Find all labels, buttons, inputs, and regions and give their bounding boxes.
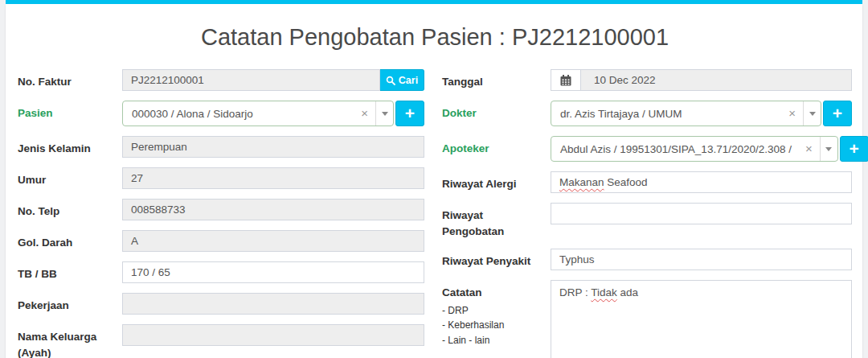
catatan-sublabel-keberhasilan: - Keberhasilan	[442, 318, 544, 333]
row-jenis-kelamin: Jenis Kelamin Perempuan	[18, 136, 424, 158]
row-no-telp: No. Telp 008588733	[18, 199, 424, 220]
nama-keluarga-field	[122, 324, 424, 346]
pasien-select[interactable]: 000030 / Alona / Sidoarjo ×	[122, 101, 394, 126]
catatan-label-block: Catatan - DRP - Keberhasilan - Lain - la…	[442, 280, 551, 348]
calendar-icon[interactable]	[551, 69, 580, 91]
catatan-sublabels: - DRP - Keberhasilan - Lain - lain	[442, 303, 544, 348]
search-icon	[386, 76, 395, 85]
row-riwayat-alergi: Riwayat Alergi Makanan Seafood	[442, 171, 852, 193]
no-faktur-input[interactable]	[122, 69, 380, 91]
riwayat-pengobatan-label: Riwayat Pengobatan	[442, 203, 551, 239]
row-riwayat-penyakit: Riwayat Penyakit	[442, 249, 852, 270]
gol-darah-field: A	[122, 230, 424, 252]
row-dokter: Dokter dr. Azis Tirtajaya / UMUM × +	[442, 101, 852, 126]
riwayat-alergi-input[interactable]: Makanan Seafood	[551, 171, 852, 193]
row-pekerjaan: Pekerjaan	[18, 293, 424, 315]
jenis-kelamin-field: Perempuan	[122, 136, 424, 158]
jenis-kelamin-label: Jenis Kelamin	[18, 136, 122, 157]
riwayat-alergi-label: Riwayat Alergi	[442, 171, 551, 192]
umur-label: Umur	[18, 167, 122, 188]
catatan-textarea[interactable]: DRP : Tidak ada	[551, 280, 852, 358]
no-telp-field: 008588733	[122, 199, 424, 220]
cari-button[interactable]: Cari	[380, 69, 424, 91]
catatan-rest: ada	[617, 286, 638, 298]
pekerjaan-label: Pekerjaan	[18, 293, 122, 314]
apoteker-select[interactable]: Abdul Azis / 19951301/SIPA_13.71/2020/2.…	[551, 136, 838, 162]
dokter-select-value: dr. Azis Tirtajaya / UMUM	[551, 108, 781, 120]
catatan-sublabel-lain: - Lain - lain	[442, 333, 544, 348]
row-apoteker: Apoteker Abdul Azis / 19951301/SIPA_13.7…	[442, 136, 852, 162]
dokter-select[interactable]: dr. Azis Tirtajaya / UMUM ×	[551, 101, 821, 126]
add-dokter-button[interactable]: +	[823, 101, 852, 126]
riwayat-penyakit-input[interactable]	[551, 249, 852, 270]
riwayat-penyakit-label: Riwayat Penyakit	[442, 249, 551, 270]
pasien-select-value: 000030 / Alona / Sidoarjo	[123, 108, 354, 120]
no-telp-label: No. Telp	[18, 199, 122, 220]
row-no-faktur: No. Faktur Cari	[18, 69, 424, 91]
tb-bb-input[interactable]	[122, 261, 424, 283]
row-tanggal: Tanggal 10 Dec 2022	[442, 69, 852, 91]
form-left-column: No. Faktur Cari Pasien	[18, 69, 424, 358]
plus-icon: +	[405, 102, 415, 125]
apoteker-select-value: Abdul Azis / 19951301/SIPA_13.71/2020/2.…	[551, 143, 798, 155]
catatan-sublabel-drp: - DRP	[442, 303, 544, 319]
pekerjaan-field	[122, 293, 424, 315]
row-catatan: Catatan - DRP - Keberhasilan - Lain - la…	[442, 280, 852, 358]
accent-top-bar	[6, 0, 862, 4]
riwayat-alergi-rest: Seafood	[604, 176, 648, 188]
no-faktur-label: No. Faktur	[18, 69, 122, 90]
catatan-word: Tidak	[591, 286, 617, 298]
dokter-label: Dokter	[442, 101, 551, 121]
row-gol-darah: Gol. Darah A	[18, 230, 424, 252]
plus-icon: +	[850, 138, 859, 160]
row-nama-keluarga: Nama Keluarga (Ayah)	[18, 324, 424, 358]
add-pasien-button[interactable]: +	[395, 101, 424, 126]
apoteker-label: Apoteker	[442, 136, 551, 157]
chevron-down-icon[interactable]	[375, 101, 393, 126]
nama-keluarga-label: Nama Keluarga (Ayah)	[18, 324, 122, 358]
row-tb-bb: TB / BB	[18, 261, 424, 283]
patient-form: No. Faktur Cari Pasien	[18, 69, 852, 358]
tanggal-field: 10 Dec 2022	[580, 69, 852, 91]
catatan-prefix: DRP :	[559, 286, 591, 298]
plus-icon: +	[833, 102, 842, 125]
tb-bb-label: TB / BB	[18, 261, 122, 282]
riwayat-pengobatan-input[interactable]	[551, 203, 852, 224]
gol-darah-label: Gol. Darah	[18, 230, 122, 251]
riwayat-alergi-word: Makanan	[559, 176, 604, 188]
add-apoteker-button[interactable]: +	[840, 136, 868, 162]
row-riwayat-pengobatan: Riwayat Pengobatan	[442, 203, 852, 239]
chevron-down-icon[interactable]	[803, 101, 821, 126]
clear-icon[interactable]: ×	[354, 101, 375, 126]
page-title: Catatan Pengobatan Pasien : PJ2212100001	[18, 23, 852, 51]
cari-button-label: Cari	[399, 75, 418, 86]
row-pasien: Pasien 000030 / Alona / Sidoarjo × +	[18, 101, 424, 126]
form-right-column: Tanggal 10 Dec 2022 Dokter dr. Azis Tirt…	[442, 69, 852, 358]
umur-field: 27	[122, 167, 424, 189]
pasien-label: Pasien	[18, 101, 122, 121]
patient-record-card: Catatan Pengobatan Pasien : PJ2212100001…	[6, 4, 862, 358]
clear-icon[interactable]: ×	[781, 101, 803, 126]
row-umur: Umur 27	[18, 167, 424, 189]
catatan-label: Catatan	[442, 285, 544, 301]
tanggal-label: Tanggal	[442, 69, 551, 90]
clear-icon[interactable]: ×	[798, 137, 820, 161]
chevron-down-icon[interactable]	[820, 137, 837, 161]
